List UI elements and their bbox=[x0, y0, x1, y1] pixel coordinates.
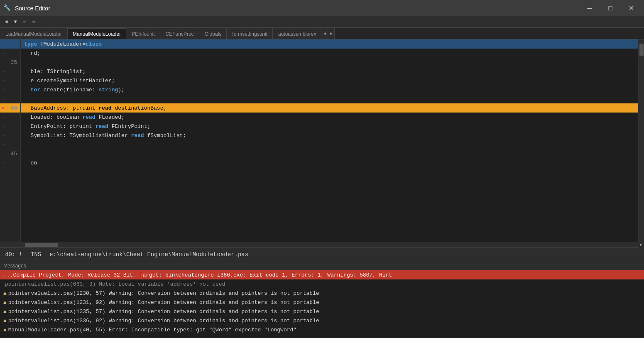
compile-error-text: ...Compile Project, Mode: Release 32-Bit… bbox=[3, 272, 392, 278]
messages-panel: Messages ...Compile Project, Mode: Relea… bbox=[0, 261, 644, 338]
status-bar: 40: ! INS e:\cheat-engine\trunk\Cheat En… bbox=[0, 247, 644, 261]
gutter-row-symbollist bbox=[0, 131, 20, 140]
warn-icon-1: ▲ bbox=[3, 290, 7, 296]
minimize-button[interactable]: ─ bbox=[580, 0, 599, 16]
gutter-row-ble bbox=[0, 67, 20, 76]
code-line-type: type TModuleLoader=class bbox=[21, 39, 638, 49]
h-scroll-right-arrow[interactable]: ► bbox=[638, 242, 644, 248]
warning-line-1: ▲ pointervaluelist.pas(1230, 57) Warning… bbox=[0, 289, 644, 298]
code-line-entrypoint: EntryPoint: ptruint read FEntryPoint; bbox=[21, 122, 638, 131]
tab-peinfo[interactable]: PEInfounit bbox=[126, 28, 160, 39]
gutter-row-40: 40 bbox=[0, 103, 20, 113]
app-icon: 🔧 bbox=[3, 4, 12, 12]
code-line-45 bbox=[21, 149, 638, 158]
tab-formsettings[interactable]: formsettingsunit bbox=[227, 28, 273, 39]
gutter-row-rd bbox=[0, 49, 20, 58]
error-text-incompatible: ManualModuleLoader.pas(40, 55) Error: In… bbox=[8, 327, 296, 333]
messages-label: Messages bbox=[3, 263, 26, 269]
gutter-row-tor bbox=[0, 85, 20, 94]
code-line-blank2 bbox=[21, 140, 638, 149]
tab-scroll-left[interactable]: ◄ bbox=[321, 28, 328, 39]
code-line-tor-create: tor create(filename: string); bbox=[21, 85, 638, 94]
title-bar-controls: ─ □ ✕ bbox=[580, 0, 641, 16]
gutter-row-type bbox=[0, 39, 20, 49]
warn-icon-2: ▲ bbox=[3, 299, 7, 306]
code-line-ble: ble: TStringlist; bbox=[21, 67, 638, 76]
warning-line-3: ▲ pointervaluelist.pas(1335, 57) Warning… bbox=[0, 307, 644, 316]
tab-manual-module[interactable]: ManualModuleLoader bbox=[67, 28, 126, 39]
code-line-baseaddress: BaseAddress: ptruint read destinationBas… bbox=[21, 103, 638, 113]
messages-header: Messages bbox=[0, 261, 644, 270]
error-line-incompatible: ▲ ManualModuleLoader.pas(40, 55) Error: … bbox=[0, 325, 644, 334]
scrollbar-thumb[interactable] bbox=[639, 44, 644, 56]
h-scrollbar-thumb[interactable] bbox=[25, 243, 58, 247]
gutter-row-blank1 bbox=[0, 94, 20, 103]
code-line-on: on bbox=[21, 158, 638, 167]
code-line-35 bbox=[21, 58, 638, 67]
warning-line-2: ▲ pointervaluelist.pas(1231, 92) Warning… bbox=[0, 298, 644, 307]
toolbar-undo-btn[interactable]: ⇦ bbox=[20, 17, 29, 27]
tab-globals[interactable]: Globals bbox=[199, 28, 227, 39]
code-line-blank1 bbox=[21, 94, 638, 103]
toolbar-add-btn[interactable]: ▼ bbox=[11, 17, 20, 27]
edit-mode: INS bbox=[31, 251, 41, 258]
code-line-e-create: e createSymbolListHandler; bbox=[21, 76, 638, 85]
warning-text-1: pointervaluelist.pas(1230, 57) Warning: … bbox=[8, 290, 319, 296]
error-icon-incompatible: ▲ bbox=[3, 327, 7, 333]
toolbar: ◄ ▼ ⇦ ⇨ bbox=[0, 16, 644, 28]
messages-content[interactable]: ...Compile Project, Mode: Release 32-Bit… bbox=[0, 270, 644, 338]
warning-text-3: pointervaluelist.pas(1335, 57) Warning: … bbox=[8, 309, 319, 315]
code-editor[interactable]: type TModuleLoader=class rd; ble: TStrin… bbox=[21, 39, 638, 242]
warning-text-2: pointervaluelist.pas(1231, 92) Warning: … bbox=[8, 299, 319, 306]
line-gutter: 35 40 45 bbox=[0, 39, 21, 242]
toolbar-back-btn[interactable]: ◄ bbox=[2, 17, 11, 27]
tab-cefunc[interactable]: CEFuncProc bbox=[160, 28, 199, 39]
tab-lua-manual[interactable]: LuaManualModuleLoader bbox=[0, 28, 67, 39]
code-line-symbollist: SymbolList: TSymbollistHandler read fSym… bbox=[21, 131, 638, 140]
file-path: e:\cheat-engine\trunk\Cheat Engine\Manua… bbox=[49, 251, 248, 258]
gutter-row-blank2 bbox=[0, 140, 20, 149]
editor-container: 35 40 45 type TModule bbox=[0, 39, 644, 242]
close-button[interactable]: ✕ bbox=[622, 0, 641, 16]
gutter-row-e-create bbox=[0, 76, 20, 85]
tab-autoassembler[interactable]: autoassemblerex bbox=[273, 28, 321, 39]
title-bar-left: 🔧 Source Editor bbox=[3, 4, 50, 12]
warn-icon-4: ▲ bbox=[3, 318, 7, 324]
compile-error-line: ...Compile Project, Mode: Release 32-Bit… bbox=[0, 270, 644, 279]
gutter-row-35: 35 bbox=[0, 58, 20, 67]
cursor-position: 40: ! bbox=[5, 251, 22, 258]
warning-text-4: pointervaluelist.pas(1336, 92) Warning: … bbox=[8, 318, 319, 324]
toolbar-redo-btn[interactable]: ⇨ bbox=[29, 17, 38, 27]
note-text-1: pointervaluelist.pas(663, 3) Note: Local… bbox=[5, 281, 225, 287]
gutter-row-45: 45 bbox=[0, 149, 20, 158]
vertical-scrollbar[interactable] bbox=[638, 39, 644, 242]
window-title: Source Editor bbox=[15, 5, 50, 12]
horizontal-scrollbar[interactable]: ► bbox=[0, 242, 644, 247]
warning-line-4: ▲ pointervaluelist.pas(1336, 92) Warning… bbox=[0, 316, 644, 325]
gutter-row-entrypoint bbox=[0, 122, 20, 131]
tab-scroll-right[interactable]: ► bbox=[328, 28, 335, 39]
warn-icon-3: ▲ bbox=[3, 309, 7, 315]
title-bar: 🔧 Source Editor ─ □ ✕ bbox=[0, 0, 644, 16]
code-line-rd: rd; bbox=[21, 49, 638, 58]
note-line-1: pointervaluelist.pas(663, 3) Note: Local… bbox=[0, 279, 644, 289]
code-line-loaded: Loaded: boolean read FLoaded; bbox=[21, 113, 638, 122]
gutter-row-loaded bbox=[0, 113, 20, 122]
maximize-button[interactable]: □ bbox=[601, 0, 620, 16]
gutter-row-on bbox=[0, 158, 20, 167]
tabs-container: LuaManualModuleLoader ManualModuleLoader… bbox=[0, 28, 644, 39]
